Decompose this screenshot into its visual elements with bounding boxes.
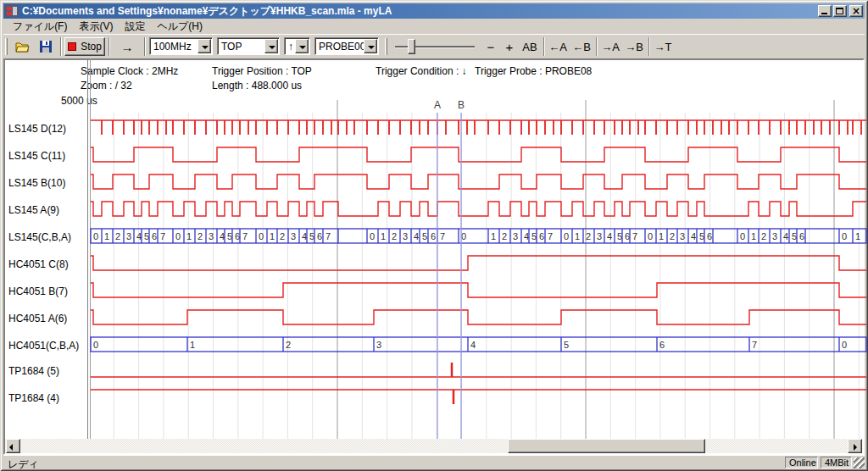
status-bar: レディ Online 4MBit xyxy=(3,455,865,468)
save-button[interactable] xyxy=(35,37,57,56)
channel-label: LS145 B(10) xyxy=(8,177,65,189)
close-button[interactable]: × xyxy=(849,5,863,17)
menu-help[interactable]: ヘルプ(H) xyxy=(151,18,209,36)
trigger-position-value: TOP xyxy=(221,41,242,53)
channel-label: LS145(C,B,A) xyxy=(8,231,71,243)
set-b-button[interactable]: →B xyxy=(623,37,645,56)
channel-label: LS145 C(11) xyxy=(8,150,65,162)
scroll-right-button[interactable] xyxy=(848,439,862,453)
time-division-label: 5000 us xyxy=(61,95,97,107)
maximize-button[interactable] xyxy=(833,5,847,17)
set-a-button[interactable]: →A xyxy=(599,37,621,56)
chevron-down-icon[interactable] xyxy=(364,39,377,53)
toolbar-separator xyxy=(543,37,545,56)
sample-clock-value: 100MHz xyxy=(153,41,192,53)
goto-b-button[interactable]: ←B xyxy=(570,37,593,56)
toolbar-separator xyxy=(60,37,62,56)
zoom-slider-thumb[interactable] xyxy=(408,39,415,54)
chevron-down-icon[interactable] xyxy=(295,39,309,53)
toolbar: Stop → 100MHz TOP ↑ PROBE00 − + AB ←A ←B… xyxy=(3,34,865,58)
trigger-position-select[interactable]: TOP xyxy=(217,37,280,55)
status-ready: レディ xyxy=(8,457,39,471)
resize-grip-icon[interactable] xyxy=(854,457,865,468)
stop-icon xyxy=(68,42,76,51)
ab-button[interactable]: AB xyxy=(519,37,541,56)
open-button[interactable] xyxy=(12,37,34,56)
channel-label: HC4051 B(7) xyxy=(8,285,68,297)
save-floppy-icon xyxy=(40,41,52,53)
menu-bar: ファイル(F) 表示(V) 設定 ヘルプ(H) xyxy=(3,19,865,34)
toolbar-separator xyxy=(144,37,146,56)
maximize-icon xyxy=(836,8,843,14)
minimize-icon xyxy=(821,13,827,14)
zoom-out-button[interactable]: − xyxy=(481,37,500,56)
channel-label: HC4051 C(8) xyxy=(8,258,69,270)
title-bar[interactable]: C:¥Documents and Settings¥noname¥デスクトップ¥… xyxy=(3,3,865,19)
sample-clock-select[interactable]: 100MHz xyxy=(149,37,213,55)
channel-label: TP1684 (5) xyxy=(8,365,59,377)
probe-select[interactable]: PROBE00 xyxy=(314,37,379,55)
channel-label: TP1684 (4) xyxy=(8,392,59,404)
info-zoom: Zoom : / 32 xyxy=(81,80,132,91)
scrollbar-thumb[interactable] xyxy=(508,439,705,453)
channel-label: HC4051(C,B,A) xyxy=(8,340,79,352)
goto-a-button[interactable]: ←A xyxy=(547,37,569,56)
toolbar-separator xyxy=(108,37,110,56)
info-length: Length : 488.000 us xyxy=(212,80,302,91)
app-icon xyxy=(5,4,19,18)
toolbar-separator xyxy=(596,37,598,56)
app-window: { "window": { "title": "C:¥Documents and… xyxy=(0,0,868,471)
toolbar-grip[interactable] xyxy=(385,38,387,55)
status-memory: 4MBit xyxy=(821,457,852,468)
goto-t-button[interactable]: →T xyxy=(652,37,674,56)
zoom-in-button[interactable]: + xyxy=(500,37,519,56)
probe-value: PROBE00 xyxy=(319,41,365,53)
menu-view[interactable]: 表示(V) xyxy=(73,18,119,36)
info-trigger-probe: Trigger Probe : PROBE08 xyxy=(475,65,592,77)
channel-label: LS145 A(9) xyxy=(8,204,59,216)
close-icon: × xyxy=(850,5,862,17)
stop-label: Stop xyxy=(81,41,102,53)
chevron-down-icon[interactable] xyxy=(198,39,211,53)
toolbar-grip[interactable] xyxy=(5,38,8,55)
waveform-client-area[interactable] xyxy=(3,58,865,455)
cursor-a-label[interactable]: A xyxy=(432,99,442,111)
menu-file[interactable]: ファイル(F) xyxy=(7,18,73,36)
info-sample-clock: Sample Clock : 2MHz xyxy=(81,65,178,77)
channel-label: LS145 D(12) xyxy=(8,123,66,135)
toolbar-separator xyxy=(648,37,650,56)
horizontal-scrollbar[interactable] xyxy=(5,439,863,453)
channel-label: HC4051 A(6) xyxy=(8,313,67,324)
open-folder-icon xyxy=(15,41,31,53)
status-online: Online xyxy=(785,457,818,468)
info-trigger-position: Trigger Position : TOP xyxy=(212,65,312,77)
cursor-b-label[interactable]: B xyxy=(456,99,466,111)
run-arrow-icon: → xyxy=(121,40,134,54)
trigger-edge-value: ↑ xyxy=(288,41,293,53)
minimize-button[interactable] xyxy=(818,5,832,17)
info-trigger-condition: Trigger Condition : ↓ xyxy=(376,65,467,77)
scroll-left-button[interactable] xyxy=(6,439,20,453)
stop-button[interactable]: Stop xyxy=(64,37,105,56)
chevron-down-icon[interactable] xyxy=(264,39,278,53)
menu-settings[interactable]: 設定 xyxy=(119,18,151,36)
trigger-edge-select[interactable]: ↑ xyxy=(284,37,310,55)
run-button[interactable]: → xyxy=(113,37,142,56)
window-title: C:¥Documents and Settings¥noname¥デスクトップ¥… xyxy=(22,4,816,19)
